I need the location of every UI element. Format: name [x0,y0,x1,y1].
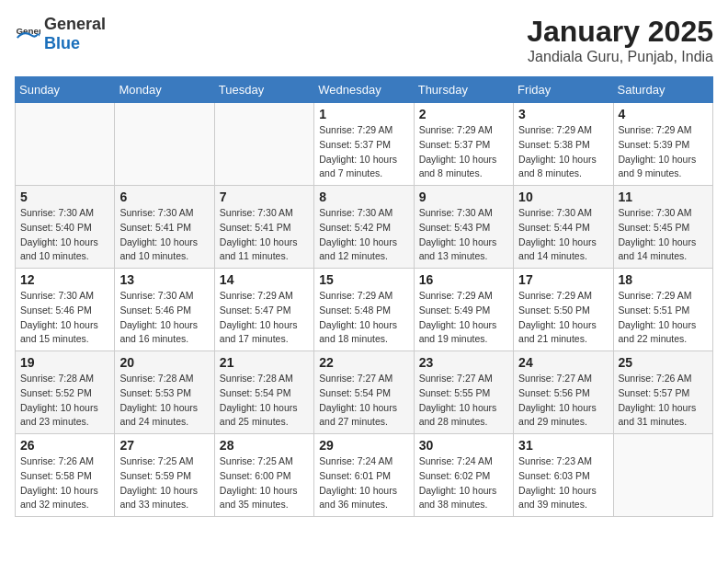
day-info: Sunrise: 7:29 AMSunset: 5:48 PMDaylight:… [319,289,408,347]
day-number: 11 [619,190,708,204]
day-info: Sunrise: 7:30 AMSunset: 5:45 PMDaylight:… [619,206,708,264]
day-cell: 27Sunrise: 7:25 AMSunset: 5:59 PMDayligh… [115,434,214,517]
day-cell: 7Sunrise: 7:30 AMSunset: 5:41 PMDaylight… [214,186,313,269]
weekday-header-wednesday: Wednesday [314,77,414,103]
day-info: Sunrise: 7:30 AMSunset: 5:41 PMDaylight:… [220,206,309,264]
day-cell: 24Sunrise: 7:27 AMSunset: 5:56 PMDayligh… [514,351,613,434]
day-info: Sunrise: 7:27 AMSunset: 5:55 PMDaylight:… [419,372,508,430]
calendar-subtitle: Jandiala Guru, Punjab, India [527,49,713,65]
day-number: 28 [220,438,309,453]
day-number: 24 [518,355,608,370]
day-number: 5 [20,190,109,204]
title-block: January 2025 Jandiala Guru, Punjab, Indi… [527,15,713,65]
day-number: 14 [220,272,309,287]
day-number: 16 [419,272,508,287]
day-info: Sunrise: 7:29 AMSunset: 5:51 PMDaylight:… [619,289,708,347]
day-number: 7 [220,190,309,204]
day-info: Sunrise: 7:29 AMSunset: 5:47 PMDaylight:… [220,289,309,347]
day-cell: 5Sunrise: 7:30 AMSunset: 5:40 PMDaylight… [16,186,115,269]
day-cell [214,103,313,186]
day-cell: 30Sunrise: 7:24 AMSunset: 6:02 PMDayligh… [414,434,513,517]
weekday-header-thursday: Thursday [414,77,513,103]
day-cell: 12Sunrise: 7:30 AMSunset: 5:46 PMDayligh… [16,269,115,351]
day-cell: 19Sunrise: 7:28 AMSunset: 5:52 PMDayligh… [16,351,115,434]
day-cell: 18Sunrise: 7:29 AMSunset: 5:51 PMDayligh… [613,269,712,351]
day-number: 13 [119,272,209,287]
page-header: General General Blue January 2025 Jandia… [15,15,713,65]
day-cell: 15Sunrise: 7:29 AMSunset: 5:48 PMDayligh… [314,269,414,351]
day-info: Sunrise: 7:29 AMSunset: 5:50 PMDaylight:… [518,289,608,347]
day-info: Sunrise: 7:29 AMSunset: 5:38 PMDaylight:… [518,123,608,181]
week-row-1: 1Sunrise: 7:29 AMSunset: 5:37 PMDaylight… [16,103,713,186]
day-info: Sunrise: 7:29 AMSunset: 5:37 PMDaylight:… [319,123,408,181]
day-info: Sunrise: 7:30 AMSunset: 5:43 PMDaylight:… [419,206,508,264]
day-cell: 29Sunrise: 7:24 AMSunset: 6:01 PMDayligh… [314,434,414,517]
day-number: 9 [419,190,508,204]
day-number: 15 [319,272,408,287]
week-row-5: 26Sunrise: 7:26 AMSunset: 5:58 PMDayligh… [16,434,713,517]
day-info: Sunrise: 7:28 AMSunset: 5:53 PMDaylight:… [119,372,209,430]
day-number: 22 [319,355,408,370]
day-number: 17 [518,272,608,287]
weekday-header-row: SundayMondayTuesdayWednesdayThursdayFrid… [16,77,713,103]
logo: General General Blue [15,15,106,53]
day-number: 12 [20,272,109,287]
calendar-title: January 2025 [527,15,713,49]
day-cell: 28Sunrise: 7:25 AMSunset: 6:00 PMDayligh… [214,434,313,517]
day-info: Sunrise: 7:29 AMSunset: 5:49 PMDaylight:… [419,289,508,347]
day-number: 25 [619,355,708,370]
day-cell: 1Sunrise: 7:29 AMSunset: 5:37 PMDaylight… [314,103,414,186]
day-cell: 10Sunrise: 7:30 AMSunset: 5:44 PMDayligh… [514,186,613,269]
day-info: Sunrise: 7:27 AMSunset: 5:54 PMDaylight:… [319,372,408,430]
day-cell: 16Sunrise: 7:29 AMSunset: 5:49 PMDayligh… [414,269,513,351]
logo-blue: Blue [44,34,80,52]
day-info: Sunrise: 7:27 AMSunset: 5:56 PMDaylight:… [518,372,608,430]
day-number: 31 [518,438,608,453]
day-cell: 26Sunrise: 7:26 AMSunset: 5:58 PMDayligh… [16,434,115,517]
day-info: Sunrise: 7:26 AMSunset: 5:57 PMDaylight:… [619,372,708,430]
day-info: Sunrise: 7:30 AMSunset: 5:46 PMDaylight:… [20,289,109,347]
day-cell: 13Sunrise: 7:30 AMSunset: 5:46 PMDayligh… [115,269,214,351]
day-number: 20 [119,355,209,370]
day-number: 4 [619,107,708,121]
weekday-header-friday: Friday [514,77,613,103]
day-number: 26 [20,438,109,453]
day-cell: 21Sunrise: 7:28 AMSunset: 5:54 PMDayligh… [214,351,313,434]
weekday-header-saturday: Saturday [613,77,712,103]
day-info: Sunrise: 7:30 AMSunset: 5:40 PMDaylight:… [20,206,109,264]
day-cell: 8Sunrise: 7:30 AMSunset: 5:42 PMDaylight… [314,186,414,269]
day-number: 6 [119,190,209,204]
day-cell [115,103,214,186]
day-number: 27 [119,438,209,453]
day-info: Sunrise: 7:28 AMSunset: 5:54 PMDaylight:… [220,372,309,430]
day-info: Sunrise: 7:23 AMSunset: 6:03 PMDaylight:… [518,454,608,512]
day-number: 8 [319,190,408,204]
logo-general: General [44,15,106,33]
day-info: Sunrise: 7:24 AMSunset: 6:02 PMDaylight:… [419,454,508,512]
day-cell: 14Sunrise: 7:29 AMSunset: 5:47 PMDayligh… [214,269,313,351]
day-number: 19 [20,355,109,370]
day-cell: 31Sunrise: 7:23 AMSunset: 6:03 PMDayligh… [514,434,613,517]
day-cell: 11Sunrise: 7:30 AMSunset: 5:45 PMDayligh… [613,186,712,269]
week-row-3: 12Sunrise: 7:30 AMSunset: 5:46 PMDayligh… [16,269,713,351]
weekday-header-sunday: Sunday [16,77,115,103]
day-info: Sunrise: 7:30 AMSunset: 5:41 PMDaylight:… [119,206,209,264]
day-info: Sunrise: 7:24 AMSunset: 6:01 PMDaylight:… [319,454,408,512]
day-cell: 23Sunrise: 7:27 AMSunset: 5:55 PMDayligh… [414,351,513,434]
weekday-header-monday: Monday [115,77,214,103]
day-cell: 6Sunrise: 7:30 AMSunset: 5:41 PMDaylight… [115,186,214,269]
day-info: Sunrise: 7:26 AMSunset: 5:58 PMDaylight:… [20,454,109,512]
day-cell: 20Sunrise: 7:28 AMSunset: 5:53 PMDayligh… [115,351,214,434]
day-number: 21 [220,355,309,370]
day-cell [613,434,712,517]
day-info: Sunrise: 7:29 AMSunset: 5:39 PMDaylight:… [619,123,708,181]
day-info: Sunrise: 7:25 AMSunset: 6:00 PMDaylight:… [220,454,309,512]
day-cell: 2Sunrise: 7:29 AMSunset: 5:37 PMDaylight… [414,103,513,186]
day-cell: 4Sunrise: 7:29 AMSunset: 5:39 PMDaylight… [613,103,712,186]
weekday-header-tuesday: Tuesday [214,77,313,103]
day-number: 10 [518,190,608,204]
day-info: Sunrise: 7:30 AMSunset: 5:46 PMDaylight:… [119,289,209,347]
day-cell: 9Sunrise: 7:30 AMSunset: 5:43 PMDaylight… [414,186,513,269]
day-info: Sunrise: 7:30 AMSunset: 5:44 PMDaylight:… [518,206,608,264]
day-info: Sunrise: 7:29 AMSunset: 5:37 PMDaylight:… [419,123,508,181]
